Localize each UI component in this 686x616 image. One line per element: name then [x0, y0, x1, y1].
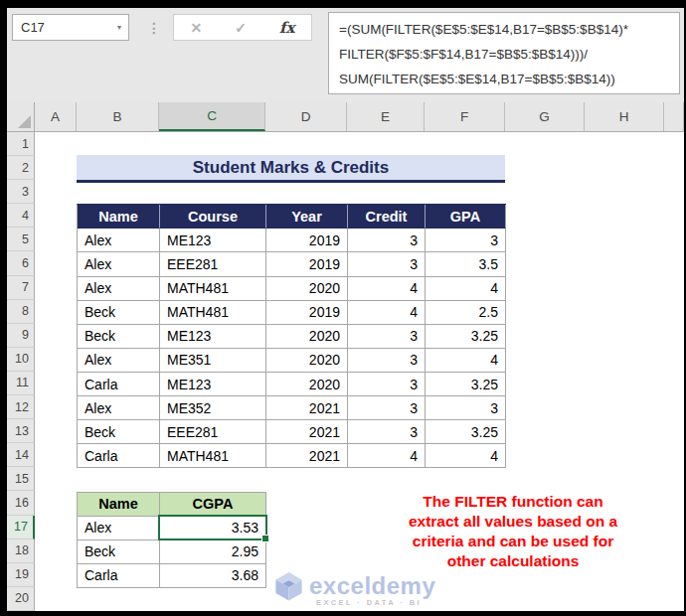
insert-function-icon[interactable]: fx	[279, 19, 294, 37]
row-header-14[interactable]: 14	[7, 443, 35, 467]
marks-table-cell[interactable]: Beck	[78, 301, 160, 325]
row-header-9[interactable]: 9	[7, 324, 35, 348]
marks-table-header-cell[interactable]: Course	[160, 205, 266, 229]
marks-table-cell[interactable]: Beck	[78, 325, 160, 349]
marks-table-cell[interactable]: 3	[348, 229, 426, 252]
marks-table-cell[interactable]: 2021	[266, 396, 348, 420]
marks-table-cell[interactable]: 3.25	[426, 325, 506, 349]
name-box-value[interactable]: C17	[13, 20, 117, 35]
cgpa-table-cell[interactable]: 2.95	[160, 540, 266, 564]
marks-table-cell[interactable]: 4	[348, 301, 426, 325]
marks-table-cell[interactable]: EEE281	[160, 252, 266, 276]
cgpa-table-header-cell[interactable]: CGPA	[160, 493, 266, 517]
row-header-13[interactable]: 13	[7, 419, 35, 443]
marks-table-cell[interactable]: 2020	[266, 277, 348, 301]
marks-table-cell[interactable]: Alex	[78, 277, 160, 301]
row-header-11[interactable]: 11	[7, 372, 35, 395]
marks-table-cell[interactable]: 3	[426, 396, 506, 420]
marks-table-cell[interactable]: ME123	[160, 325, 266, 349]
row-header-5[interactable]: 5	[7, 228, 35, 251]
column-header-H[interactable]: H	[585, 102, 664, 131]
row-header-19[interactable]: 19	[7, 563, 35, 587]
column-header-D[interactable]: D	[265, 102, 347, 131]
select-all-corner[interactable]	[7, 102, 35, 131]
marks-table-cell[interactable]: 3.25	[426, 420, 506, 444]
cgpa-table-cell[interactable]: Carla	[78, 564, 160, 588]
column-header-F[interactable]: F	[425, 102, 505, 131]
cancel-icon[interactable]: ✕	[191, 20, 203, 36]
row-header-8[interactable]: 8	[7, 300, 35, 324]
column-header-C[interactable]: C	[159, 102, 265, 131]
marks-table-cell[interactable]: Alex	[78, 349, 160, 373]
marks-table-cell[interactable]: Beck	[78, 420, 160, 444]
marks-table-cell[interactable]: Carla	[78, 444, 160, 468]
column-header-G[interactable]: G	[505, 102, 585, 131]
marks-table-cell[interactable]: 2019	[266, 229, 348, 252]
row-header-3[interactable]: 3	[7, 180, 35, 204]
marks-table-cell[interactable]: 4	[348, 444, 426, 468]
marks-table-cell[interactable]: ME123	[160, 229, 266, 252]
marks-table-cell[interactable]: 3	[348, 349, 426, 373]
marks-table-cell[interactable]: Alex	[78, 396, 160, 420]
marks-table-cell[interactable]: MATH481	[160, 301, 266, 325]
marks-table-cell[interactable]: 3	[348, 252, 426, 276]
marks-table-cell[interactable]: 4	[426, 444, 506, 468]
name-box-dropdown-icon[interactable]: ▾	[117, 23, 128, 32]
marks-table-header-cell[interactable]: Name	[78, 205, 160, 229]
column-header-E[interactable]: E	[347, 102, 425, 131]
marks-table-cell[interactable]: ME352	[160, 396, 266, 420]
column-header-A[interactable]: A	[35, 102, 77, 131]
marks-table-cell[interactable]: 2020	[266, 349, 348, 373]
marks-table-cell[interactable]: 3	[348, 396, 426, 420]
marks-table-cell[interactable]: 4	[426, 277, 506, 301]
marks-table-header-cell[interactable]: GPA	[426, 205, 506, 229]
marks-table-cell[interactable]: Carla	[78, 373, 160, 396]
marks-table-cell[interactable]: 4	[348, 277, 426, 301]
marks-table-cell[interactable]: MATH481	[160, 277, 266, 301]
row-header-7[interactable]: 7	[7, 276, 35, 300]
marks-table-cell[interactable]: 2021	[266, 444, 348, 468]
marks-table-cell[interactable]: 3.5	[426, 252, 506, 276]
row-header-6[interactable]: 6	[7, 251, 35, 275]
marks-table-cell[interactable]: 2021	[266, 420, 348, 444]
cgpa-table-cell[interactable]: Beck	[78, 540, 160, 564]
marks-table-cell[interactable]: 2019	[266, 252, 348, 276]
column-header-B[interactable]: B	[77, 102, 159, 131]
row-header-17[interactable]: 17	[7, 516, 35, 539]
row-header-12[interactable]: 12	[7, 395, 35, 419]
marks-table-cell[interactable]: 3	[348, 420, 426, 444]
marks-table-cell[interactable]: Alex	[78, 252, 160, 276]
marks-table-cell[interactable]: 3.25	[426, 373, 506, 396]
marks-table-cell[interactable]: 3	[348, 373, 426, 396]
row-header-10[interactable]: 10	[7, 348, 35, 372]
marks-table-header-cell[interactable]: Credit	[348, 205, 426, 229]
formula-bar[interactable]: =(SUM(FILTER($E$5:$E$14,B17=$B$5:$B$14)*…	[328, 12, 680, 94]
marks-table-cell[interactable]: 3	[426, 229, 506, 252]
annotation-textbox[interactable]: The FILTER function canextract all value…	[338, 492, 684, 571]
marks-table-cell[interactable]: Alex	[78, 229, 160, 252]
row-header-4[interactable]: 4	[7, 204, 35, 228]
marks-table-cell[interactable]: 4	[426, 349, 506, 373]
cgpa-table-header-cell[interactable]: Name	[78, 493, 160, 517]
row-header-15[interactable]: 15	[7, 467, 35, 491]
marks-table-cell[interactable]: EEE281	[160, 420, 266, 444]
cgpa-table-cell[interactable]: 3.53	[160, 517, 266, 540]
cgpa-table-cell[interactable]: 3.68	[160, 564, 266, 588]
marks-table-cell[interactable]: MATH481	[160, 444, 266, 468]
marks-table-cell[interactable]: 2020	[266, 325, 348, 349]
marks-table-cell[interactable]: 2019	[266, 301, 348, 325]
enter-icon[interactable]: ✓	[235, 20, 247, 36]
marks-table-cell[interactable]: ME123	[160, 373, 266, 396]
marks-table-cell[interactable]: 2.5	[426, 301, 506, 325]
row-header-16[interactable]: 16	[7, 491, 35, 515]
row-header-18[interactable]: 18	[7, 539, 35, 563]
row-header-2[interactable]: 2	[7, 156, 35, 180]
marks-table-cell[interactable]: 3	[348, 325, 426, 349]
row-header-20[interactable]: 20	[7, 587, 35, 611]
row-header-1[interactable]: 1	[7, 132, 35, 156]
title-banner[interactable]: Student Marks & Credits	[77, 155, 505, 183]
marks-table-header-cell[interactable]: Year	[266, 205, 348, 229]
cgpa-table-cell[interactable]: Alex	[78, 517, 160, 540]
marks-table-cell[interactable]: ME351	[160, 349, 266, 373]
marks-table-cell[interactable]: 2020	[266, 373, 348, 396]
